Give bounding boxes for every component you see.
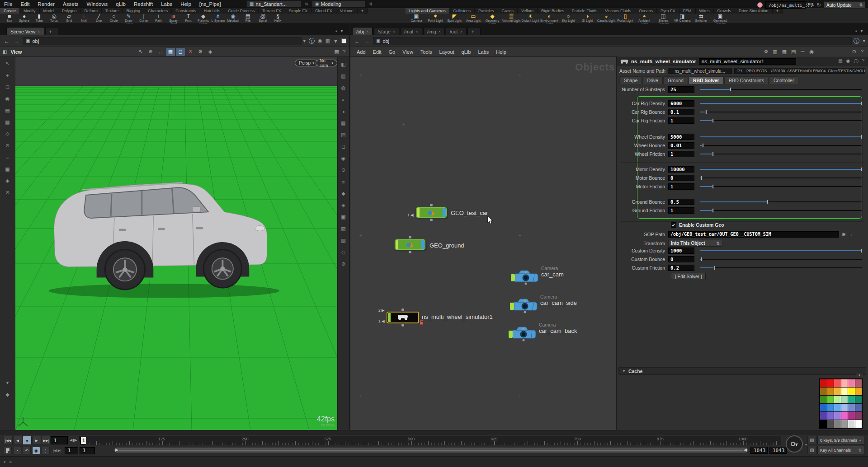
network-toolbar-icon[interactable]: ☰ xyxy=(801,49,805,55)
network-toolbar-icon[interactable]: ▤ xyxy=(791,49,796,55)
pane-tab[interactable]: /stage× xyxy=(373,27,399,35)
shelf-tab[interactable]: Modify xyxy=(20,8,40,14)
palette-menu-icon[interactable]: ▾ xyxy=(856,374,863,378)
color-swatch[interactable] xyxy=(827,404,834,411)
color-swatch[interactable] xyxy=(820,388,827,395)
cache-section-header[interactable]: ▼ Cache xyxy=(618,367,866,375)
shelf-tool[interactable]: ◐ Environment Light xyxy=(540,14,559,23)
menu-item[interactable]: Assets xyxy=(59,1,83,7)
shelf-tool[interactable]: ≋ Spray Paint xyxy=(166,14,181,23)
shelf-tool[interactable]: ◎ Torus xyxy=(47,14,61,23)
node-label[interactable]: GEO_test_car xyxy=(451,210,488,216)
node-label[interactable]: GEO_ground xyxy=(429,242,464,249)
color-swatch[interactable] xyxy=(834,404,841,411)
transport-button[interactable]: ▶▶| xyxy=(42,436,51,445)
pane-menu-icon[interactable]: ▪ xyxy=(855,28,857,33)
pane-corner-icon[interactable]: ▾ xyxy=(4,460,6,464)
param-slider[interactable] xyxy=(700,109,862,115)
shelf-tab[interactable]: Deform xyxy=(81,8,102,14)
range-end-field[interactable]: 1043 xyxy=(750,447,768,454)
color-swatch[interactable] xyxy=(855,404,862,411)
viewport-tool-icon[interactable]: ◆ xyxy=(3,391,12,398)
mode-selector[interactable]: ◉ Modeling xyxy=(312,0,365,7)
help-icon[interactable]: ? xyxy=(343,49,345,55)
param-tab[interactable]: Shape xyxy=(619,76,642,84)
viewport-tool-icon[interactable]: ◇ xyxy=(3,130,12,138)
shelf-tab[interactable]: Terrain FX xyxy=(259,8,285,14)
viewport-display-icon[interactable]: ◉ xyxy=(339,154,348,162)
shelf-tab[interactable]: Guide Process xyxy=(224,8,259,14)
keyframe-option-button[interactable]: ◔ xyxy=(13,447,21,454)
node-label[interactable]: car_cam xyxy=(541,271,564,278)
transport-button[interactable]: |◀◀ xyxy=(4,436,13,445)
viewport-tool-icon[interactable]: ◉ xyxy=(3,95,12,103)
viewport-display-icon[interactable]: ▣ xyxy=(339,213,348,221)
shelf-tab[interactable]: Particles xyxy=(475,8,498,14)
color-swatch[interactable] xyxy=(827,379,834,387)
tab-close-icon[interactable]: × xyxy=(366,29,368,34)
shelf-tab[interactable]: Rigid Bodies xyxy=(538,8,568,14)
color-swatch[interactable] xyxy=(834,412,841,420)
shelf-tool[interactable]: ▱ Grid xyxy=(61,14,76,23)
menu-item[interactable]: Render xyxy=(33,1,59,7)
edit-solver-button[interactable]: [ Edit Solver ] xyxy=(671,273,706,280)
menu-item[interactable]: Redshift xyxy=(130,1,157,7)
tab-close-icon[interactable]: × xyxy=(460,29,462,34)
param-tab[interactable]: Ground xyxy=(663,76,688,84)
shelf-tool[interactable]: ≀ Path xyxy=(151,14,166,23)
color-swatch[interactable] xyxy=(827,420,834,428)
network-menu-item[interactable]: Add xyxy=(353,49,369,55)
color-swatch[interactable] xyxy=(834,379,841,387)
param-slider[interactable] xyxy=(700,265,862,271)
shelf-tab[interactable]: Lights and Cameras xyxy=(406,8,450,14)
param-value-field[interactable]: 6000 xyxy=(668,100,694,107)
param-slider[interactable] xyxy=(700,248,862,253)
scene-viewport[interactable]: Persp ▾ No cam ▾ 42fps 24.02ms xyxy=(15,57,337,430)
scene-tool-icon[interactable]: ▦ xyxy=(166,48,175,56)
network-toolbar-icon[interactable]: ▥ xyxy=(773,49,777,55)
network-toolbar-icon[interactable]: ◉ xyxy=(809,49,814,55)
viewport-tool-icon[interactable]: ▣ xyxy=(3,165,12,173)
desktop-spinner-icon[interactable]: ⇅ xyxy=(305,2,308,6)
viewport-display-icon[interactable]: ◆ xyxy=(339,190,348,197)
link-count-badge[interactable]: 1 xyxy=(309,38,315,44)
viewport-tool-icon[interactable]: ▤ xyxy=(3,107,12,114)
shelf-tool[interactable]: ○ Circle xyxy=(106,14,121,23)
shelf-tool[interactable]: ╱ Line xyxy=(91,14,106,23)
shelf-tab[interactable]: Particle Fluids xyxy=(568,8,602,14)
viewport-display-icon[interactable]: ▧ xyxy=(339,225,348,233)
param-value-field[interactable]: 0 xyxy=(668,175,694,181)
update-mode-dropdown[interactable]: Auto Update ⇅ xyxy=(824,1,865,9)
range-end2-field[interactable]: 1043 xyxy=(769,447,787,454)
network-toolbar-icon[interactable]: ▦ xyxy=(782,49,787,55)
color-swatch[interactable] xyxy=(841,420,848,428)
viewport-display-icon[interactable]: ◍ xyxy=(339,84,348,92)
network-toolbar-icon[interactable]: ? xyxy=(861,49,863,55)
shelf-tool[interactable]: ○ Sky Light xyxy=(559,14,578,23)
path-dropdown-icon[interactable]: ▾ xyxy=(303,38,306,44)
node-car-cam-back[interactable] xyxy=(507,326,537,341)
shelf-tool[interactable]: ⋔ L-System xyxy=(211,14,226,23)
forward-icon[interactable]: → xyxy=(13,37,21,45)
shelf-tool[interactable]: ▣ Camera xyxy=(407,14,426,23)
pane-tab[interactable]: Scene View× xyxy=(6,27,44,35)
current-frame-field[interactable]: 1 xyxy=(51,436,68,444)
color-swatch[interactable] xyxy=(834,396,841,403)
shelf-tool[interactable]: T Font xyxy=(181,14,196,23)
param-slider[interactable] xyxy=(700,100,862,106)
asset-name-field[interactable]: ns_multi_wheel_simula... xyxy=(668,68,732,74)
color-swatch[interactable] xyxy=(841,396,848,403)
shelf-tool[interactable]: ◑ GI Light xyxy=(578,14,597,23)
node-multi-wheel-simulator[interactable]: 2 ▶ 1 ◀ xyxy=(387,312,419,323)
shelf-tab[interactable]: Simple FX xyxy=(285,8,312,14)
shelf-tab[interactable]: Hair Utils xyxy=(200,8,225,14)
scene-tool-icon[interactable]: ⊕ xyxy=(146,48,155,56)
shelf-tool[interactable]: § Helix xyxy=(270,14,285,23)
pane-tab[interactable]: + xyxy=(467,27,481,35)
viewport-display-icon[interactable]: ▦ xyxy=(339,119,348,127)
network-menu-item[interactable]: Edit xyxy=(369,49,385,55)
keyframe-option-button[interactable]: ▛ xyxy=(4,447,12,454)
path-dropdown-icon[interactable]: ▾ xyxy=(863,38,865,44)
shelf-tool[interactable]: ● Sphere xyxy=(17,14,32,23)
set-key-button[interactable] xyxy=(786,435,805,454)
